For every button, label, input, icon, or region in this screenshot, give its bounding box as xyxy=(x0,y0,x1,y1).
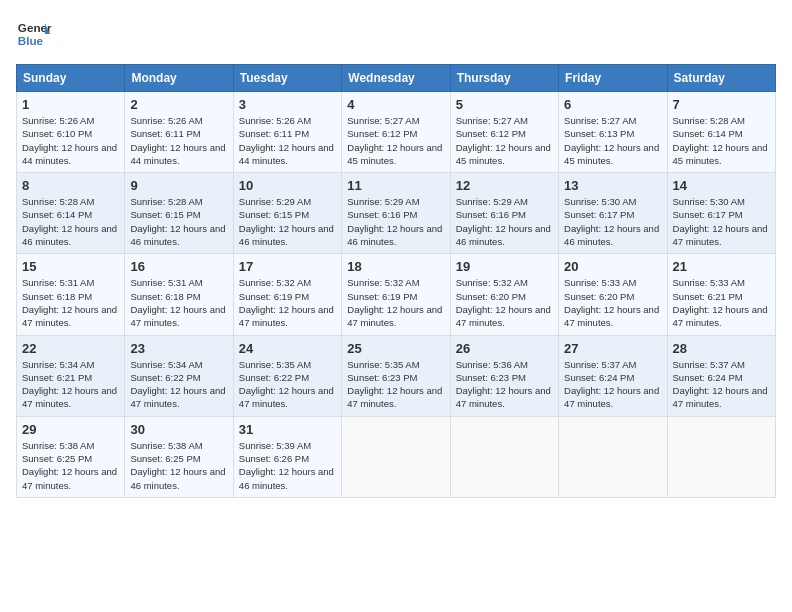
weekday-header: Friday xyxy=(559,65,667,92)
calendar-day-cell: 27 Sunrise: 5:37 AMSunset: 6:24 PMDaylig… xyxy=(559,335,667,416)
calendar-day-cell: 7 Sunrise: 5:28 AMSunset: 6:14 PMDayligh… xyxy=(667,92,775,173)
day-info: Sunrise: 5:28 AMSunset: 6:15 PMDaylight:… xyxy=(130,196,225,247)
day-info: Sunrise: 5:37 AMSunset: 6:24 PMDaylight:… xyxy=(564,359,659,410)
day-info: Sunrise: 5:35 AMSunset: 6:22 PMDaylight:… xyxy=(239,359,334,410)
day-info: Sunrise: 5:32 AMSunset: 6:19 PMDaylight:… xyxy=(239,277,334,328)
day-number: 9 xyxy=(130,178,227,193)
calendar-day-cell: 18 Sunrise: 5:32 AMSunset: 6:19 PMDaylig… xyxy=(342,254,450,335)
calendar-day-cell: 14 Sunrise: 5:30 AMSunset: 6:17 PMDaylig… xyxy=(667,173,775,254)
day-number: 24 xyxy=(239,341,336,356)
day-info: Sunrise: 5:34 AMSunset: 6:21 PMDaylight:… xyxy=(22,359,117,410)
calendar-day-cell: 12 Sunrise: 5:29 AMSunset: 6:16 PMDaylig… xyxy=(450,173,558,254)
day-number: 17 xyxy=(239,259,336,274)
day-number: 10 xyxy=(239,178,336,193)
day-number: 14 xyxy=(673,178,770,193)
day-info: Sunrise: 5:28 AMSunset: 6:14 PMDaylight:… xyxy=(673,115,768,166)
day-info: Sunrise: 5:35 AMSunset: 6:23 PMDaylight:… xyxy=(347,359,442,410)
day-info: Sunrise: 5:37 AMSunset: 6:24 PMDaylight:… xyxy=(673,359,768,410)
day-number: 22 xyxy=(22,341,119,356)
calendar-day-cell: 8 Sunrise: 5:28 AMSunset: 6:14 PMDayligh… xyxy=(17,173,125,254)
day-info: Sunrise: 5:26 AMSunset: 6:11 PMDaylight:… xyxy=(239,115,334,166)
day-info: Sunrise: 5:33 AMSunset: 6:21 PMDaylight:… xyxy=(673,277,768,328)
weekday-header: Sunday xyxy=(17,65,125,92)
day-info: Sunrise: 5:33 AMSunset: 6:20 PMDaylight:… xyxy=(564,277,659,328)
day-number: 8 xyxy=(22,178,119,193)
calendar-day-cell xyxy=(342,416,450,497)
day-number: 29 xyxy=(22,422,119,437)
day-number: 6 xyxy=(564,97,661,112)
calendar-day-cell: 15 Sunrise: 5:31 AMSunset: 6:18 PMDaylig… xyxy=(17,254,125,335)
calendar-day-cell: 1 Sunrise: 5:26 AMSunset: 6:10 PMDayligh… xyxy=(17,92,125,173)
day-number: 3 xyxy=(239,97,336,112)
calendar-day-cell: 25 Sunrise: 5:35 AMSunset: 6:23 PMDaylig… xyxy=(342,335,450,416)
day-number: 20 xyxy=(564,259,661,274)
day-number: 26 xyxy=(456,341,553,356)
day-number: 2 xyxy=(130,97,227,112)
calendar-week-row: 29 Sunrise: 5:38 AMSunset: 6:25 PMDaylig… xyxy=(17,416,776,497)
day-info: Sunrise: 5:38 AMSunset: 6:25 PMDaylight:… xyxy=(22,440,117,491)
day-info: Sunrise: 5:30 AMSunset: 6:17 PMDaylight:… xyxy=(564,196,659,247)
calendar-day-cell: 4 Sunrise: 5:27 AMSunset: 6:12 PMDayligh… xyxy=(342,92,450,173)
calendar-day-cell: 13 Sunrise: 5:30 AMSunset: 6:17 PMDaylig… xyxy=(559,173,667,254)
day-number: 11 xyxy=(347,178,444,193)
calendar-day-cell: 22 Sunrise: 5:34 AMSunset: 6:21 PMDaylig… xyxy=(17,335,125,416)
day-info: Sunrise: 5:34 AMSunset: 6:22 PMDaylight:… xyxy=(130,359,225,410)
calendar-day-cell: 28 Sunrise: 5:37 AMSunset: 6:24 PMDaylig… xyxy=(667,335,775,416)
weekday-header: Wednesday xyxy=(342,65,450,92)
day-number: 16 xyxy=(130,259,227,274)
day-info: Sunrise: 5:38 AMSunset: 6:25 PMDaylight:… xyxy=(130,440,225,491)
day-info: Sunrise: 5:29 AMSunset: 6:16 PMDaylight:… xyxy=(456,196,551,247)
day-number: 4 xyxy=(347,97,444,112)
day-info: Sunrise: 5:32 AMSunset: 6:19 PMDaylight:… xyxy=(347,277,442,328)
weekday-header: Tuesday xyxy=(233,65,341,92)
calendar-body: 1 Sunrise: 5:26 AMSunset: 6:10 PMDayligh… xyxy=(17,92,776,498)
day-number: 5 xyxy=(456,97,553,112)
calendar-day-cell xyxy=(667,416,775,497)
weekday-header: Thursday xyxy=(450,65,558,92)
calendar-day-cell: 9 Sunrise: 5:28 AMSunset: 6:15 PMDayligh… xyxy=(125,173,233,254)
header: General Blue xyxy=(16,16,776,52)
weekday-header: Monday xyxy=(125,65,233,92)
calendar-week-row: 1 Sunrise: 5:26 AMSunset: 6:10 PMDayligh… xyxy=(17,92,776,173)
calendar-day-cell: 26 Sunrise: 5:36 AMSunset: 6:23 PMDaylig… xyxy=(450,335,558,416)
calendar-day-cell: 10 Sunrise: 5:29 AMSunset: 6:15 PMDaylig… xyxy=(233,173,341,254)
day-number: 7 xyxy=(673,97,770,112)
calendar-day-cell: 5 Sunrise: 5:27 AMSunset: 6:12 PMDayligh… xyxy=(450,92,558,173)
calendar-header-row: SundayMondayTuesdayWednesdayThursdayFrid… xyxy=(17,65,776,92)
day-info: Sunrise: 5:29 AMSunset: 6:15 PMDaylight:… xyxy=(239,196,334,247)
calendar-day-cell: 3 Sunrise: 5:26 AMSunset: 6:11 PMDayligh… xyxy=(233,92,341,173)
day-number: 1 xyxy=(22,97,119,112)
day-info: Sunrise: 5:39 AMSunset: 6:26 PMDaylight:… xyxy=(239,440,334,491)
day-info: Sunrise: 5:31 AMSunset: 6:18 PMDaylight:… xyxy=(22,277,117,328)
calendar-day-cell: 23 Sunrise: 5:34 AMSunset: 6:22 PMDaylig… xyxy=(125,335,233,416)
logo: General Blue xyxy=(16,16,52,52)
day-info: Sunrise: 5:29 AMSunset: 6:16 PMDaylight:… xyxy=(347,196,442,247)
day-number: 28 xyxy=(673,341,770,356)
day-info: Sunrise: 5:36 AMSunset: 6:23 PMDaylight:… xyxy=(456,359,551,410)
calendar-day-cell: 6 Sunrise: 5:27 AMSunset: 6:13 PMDayligh… xyxy=(559,92,667,173)
weekday-header: Saturday xyxy=(667,65,775,92)
day-info: Sunrise: 5:27 AMSunset: 6:12 PMDaylight:… xyxy=(456,115,551,166)
calendar-day-cell: 16 Sunrise: 5:31 AMSunset: 6:18 PMDaylig… xyxy=(125,254,233,335)
day-info: Sunrise: 5:27 AMSunset: 6:12 PMDaylight:… xyxy=(347,115,442,166)
day-info: Sunrise: 5:26 AMSunset: 6:10 PMDaylight:… xyxy=(22,115,117,166)
logo-icon: General Blue xyxy=(16,16,52,52)
day-number: 12 xyxy=(456,178,553,193)
calendar-day-cell: 30 Sunrise: 5:38 AMSunset: 6:25 PMDaylig… xyxy=(125,416,233,497)
day-info: Sunrise: 5:32 AMSunset: 6:20 PMDaylight:… xyxy=(456,277,551,328)
calendar-day-cell: 29 Sunrise: 5:38 AMSunset: 6:25 PMDaylig… xyxy=(17,416,125,497)
day-info: Sunrise: 5:28 AMSunset: 6:14 PMDaylight:… xyxy=(22,196,117,247)
day-number: 21 xyxy=(673,259,770,274)
calendar-table: SundayMondayTuesdayWednesdayThursdayFrid… xyxy=(16,64,776,498)
calendar-day-cell: 20 Sunrise: 5:33 AMSunset: 6:20 PMDaylig… xyxy=(559,254,667,335)
calendar-day-cell: 21 Sunrise: 5:33 AMSunset: 6:21 PMDaylig… xyxy=(667,254,775,335)
day-number: 15 xyxy=(22,259,119,274)
calendar-week-row: 22 Sunrise: 5:34 AMSunset: 6:21 PMDaylig… xyxy=(17,335,776,416)
calendar-day-cell: 31 Sunrise: 5:39 AMSunset: 6:26 PMDaylig… xyxy=(233,416,341,497)
day-number: 18 xyxy=(347,259,444,274)
calendar-day-cell: 2 Sunrise: 5:26 AMSunset: 6:11 PMDayligh… xyxy=(125,92,233,173)
day-info: Sunrise: 5:30 AMSunset: 6:17 PMDaylight:… xyxy=(673,196,768,247)
calendar-week-row: 8 Sunrise: 5:28 AMSunset: 6:14 PMDayligh… xyxy=(17,173,776,254)
day-number: 25 xyxy=(347,341,444,356)
calendar-day-cell: 24 Sunrise: 5:35 AMSunset: 6:22 PMDaylig… xyxy=(233,335,341,416)
